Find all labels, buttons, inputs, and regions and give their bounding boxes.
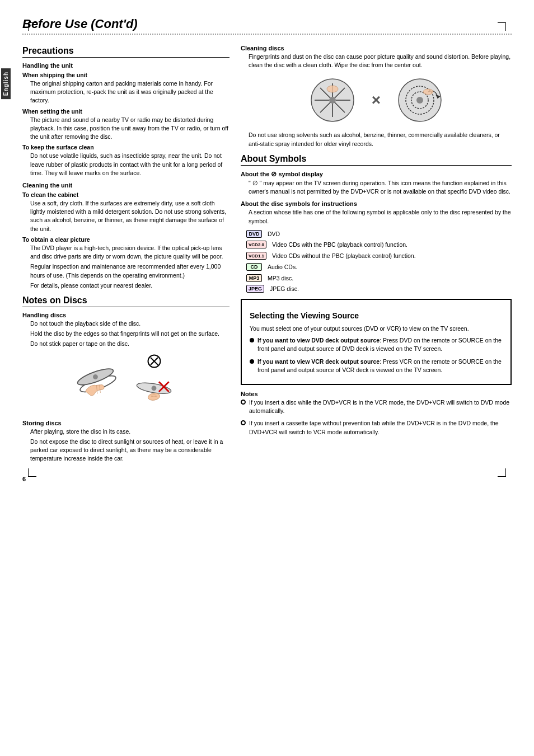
about-symbols-title: About Symbols — [241, 154, 512, 166]
storing-text2: Do not expose the disc to direct sunligh… — [22, 438, 229, 463]
disc-symbols-text: A section whose title has one of the fol… — [241, 208, 512, 225]
cleaning-discs-title: Cleaning discs — [241, 45, 512, 51]
vcd2-badge: VCD2.0 — [246, 241, 266, 248]
vcd1-badge: VCD1.1 — [246, 252, 266, 260]
cabinet-title: To clean the cabinet — [22, 191, 229, 198]
note-2: If you insert a cassette tape without pr… — [241, 419, 512, 438]
dvd-badge: DVD — [246, 230, 262, 238]
storing-discs-title: Storing discs — [22, 420, 229, 426]
disc-bad-icon — [132, 369, 176, 414]
cleaning-discs-text2: Do not use strong solvents such as alcoh… — [241, 131, 512, 148]
disc-clean-bad-icon — [392, 75, 448, 125]
surface-title: To keep the surface clean — [22, 144, 229, 151]
clear-picture-text3: For details, please contact your nearest… — [22, 281, 229, 290]
mp3-badge-row: MP3 MP3 disc. — [246, 274, 512, 283]
viewing-intro: You must select one of your output sourc… — [250, 325, 503, 333]
svg-point-23 — [327, 86, 338, 92]
times-symbol: × — [372, 91, 381, 109]
handling-discs-text2: Hold the disc by the edges so that finge… — [22, 330, 229, 338]
viewing-source-box: Selecting the Viewing Source You must se… — [241, 299, 512, 385]
disc-good-icon — [76, 361, 120, 406]
x-circle-icon — [147, 354, 161, 368]
svg-point-25 — [416, 97, 423, 104]
note-2-text: If you insert a cassette tape without pr… — [249, 419, 512, 436]
notes-on-discs-title: Notes on Discs — [22, 295, 229, 307]
jpeg-badge: JPEG — [246, 285, 264, 293]
handling-discs-text3: Do not stick paper or tape on the disc. — [22, 340, 229, 348]
notes-title: Notes — [241, 391, 512, 397]
clear-picture-text2: Regular inspection and maintenance are r… — [22, 262, 229, 279]
precautions-title: Precautions — [22, 46, 229, 58]
clear-picture-text1: The DVD player is a high-tech, precision… — [22, 244, 229, 261]
bad-handling-container — [132, 354, 176, 414]
surface-text: Do not use volatile liquids, such as ins… — [22, 152, 229, 177]
symbol-display-title: About the ⊘ symbol display — [241, 170, 512, 178]
vcd2-label: Video CDs with the PBC (playback control… — [272, 241, 407, 249]
note-1-text: If you insert a disc while the DVD+VCR i… — [249, 398, 512, 415]
storing-text1: After playing, store the disc in its cas… — [22, 428, 229, 436]
dvd-source-text: If you want to view DVD deck output sour… — [257, 336, 503, 353]
disc-handling-images — [22, 354, 229, 414]
cleaning-discs-text1: Fingerprints and dust on the disc can ca… — [241, 53, 512, 69]
english-tab: English — [1, 68, 11, 99]
vcd1-badge-row: VCD1.1 Video CDs without the PBC (playba… — [246, 252, 512, 260]
viewing-source-title: Selecting the Viewing Source — [250, 311, 503, 321]
vcr-source-item: If you want to view VCR deck output sour… — [250, 358, 503, 376]
vcd1-label: Video CDs without the PBC (playback cont… — [272, 252, 416, 260]
cd-label: Audio CDs. — [268, 263, 297, 271]
dvd-source-item: If you want to view DVD deck output sour… — [250, 336, 503, 355]
disc-clean-good-icon — [305, 75, 360, 125]
page-number: 6 — [22, 476, 512, 482]
notes-section: Notes If you insert a disc while the DVD… — [241, 391, 512, 438]
symbol-display-text: " ∅ " may appear on the TV screen during… — [241, 179, 512, 196]
handling-discs-text1: Do not touch the playback side of the di… — [22, 320, 229, 328]
disc-symbols-title: About the disc symbols for instructions — [241, 200, 512, 207]
cd-badge: CD — [246, 263, 262, 271]
svg-point-29 — [423, 89, 433, 95]
cleaning-disc-images: × — [241, 75, 512, 125]
setting-text: The picture and sound of a nearby TV or … — [22, 116, 229, 142]
jpeg-badge-row: JPEG JPEG disc. — [246, 285, 512, 293]
vcd2-badge-row: VCD2.0 Video CDs with the PBC (playback … — [246, 241, 512, 249]
dvd-label: DVD — [268, 230, 280, 238]
vcr-source-text: If you want to view VCR deck output sour… — [257, 358, 503, 374]
clear-picture-title: To obtain a clear picture — [22, 236, 229, 243]
handling-discs-title: Handling discs — [22, 312, 229, 318]
symbol-list: DVD DVD VCD2.0 Video CDs with the PBC (p… — [241, 230, 512, 293]
cd-badge-row: CD Audio CDs. — [246, 263, 512, 271]
shipping-text: The original shipping carton and packing… — [22, 79, 229, 105]
mp3-label: MP3 disc. — [268, 274, 293, 283]
page-title: Before Use (Cont'd) — [22, 17, 512, 31]
jpeg-label: JPEG disc. — [270, 285, 299, 293]
shipping-title: When shipping the unit — [22, 72, 229, 78]
cleaning-unit-title: Cleaning the unit — [22, 182, 229, 189]
dvd-badge-row: DVD DVD — [246, 230, 512, 238]
cabinet-text: Use a soft, dry cloth. If the surfaces a… — [22, 199, 229, 233]
note-1: If you insert a disc while the DVD+VCR i… — [241, 398, 512, 417]
setting-title: When setting the unit — [22, 108, 229, 115]
mp3-badge: MP3 — [246, 274, 262, 282]
handling-unit-title: Handling the unit — [22, 62, 229, 69]
